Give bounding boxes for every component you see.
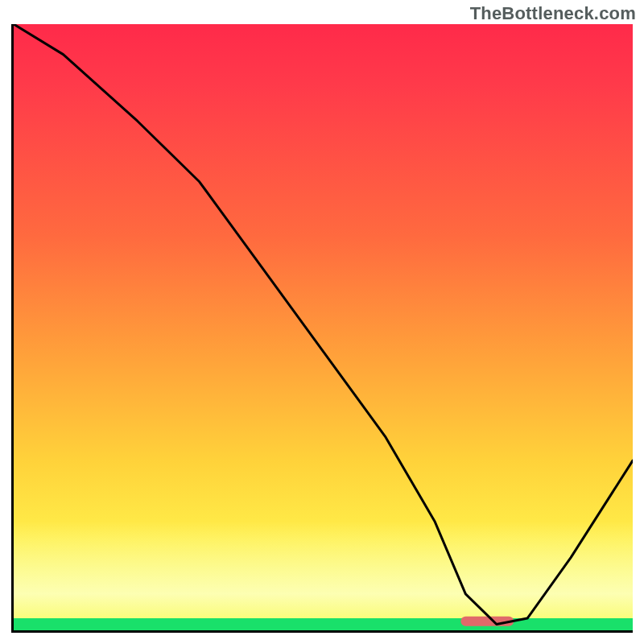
watermark-text: TheBottleneck.com [470, 3, 636, 24]
bottleneck-curve [14, 24, 633, 624]
chart-svg [14, 24, 633, 630]
plot-area [11, 24, 633, 633]
bottleneck-chart: TheBottleneck.com [0, 0, 644, 644]
